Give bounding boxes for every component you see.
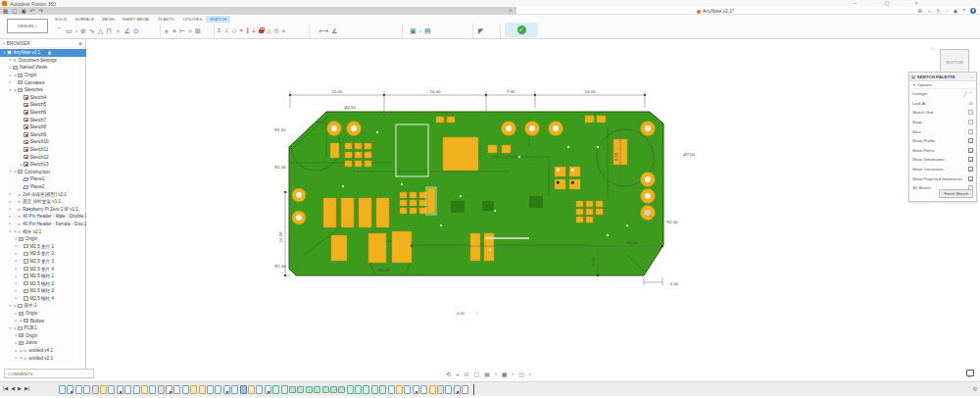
undo-icon[interactable]: ↶ <box>30 8 35 14</box>
timeline-feature-5[interactable] <box>100 385 107 394</box>
tree-item-2[interactable]: ▸Named Views <box>0 64 86 72</box>
timeline-feature-43[interactable] <box>413 385 419 394</box>
finish-sketch-chip[interactable]: ✓ <box>505 23 538 37</box>
timeline-feature-9[interactable] <box>133 385 140 394</box>
constraints-tool-icon[interactable]: ⊥ <box>224 27 229 33</box>
timeline-feature-34[interactable] <box>338 386 345 393</box>
checkbox-icon[interactable] <box>968 129 973 134</box>
timeline-feature-8[interactable] <box>124 385 131 394</box>
palette-row-look-at[interactable]: Look At⊙ <box>909 99 976 109</box>
create-tool-icon[interactable]: ＋ <box>115 27 122 34</box>
timeline-feature-21[interactable] <box>231 385 238 394</box>
restore-button[interactable]: ▢ <box>880 0 894 6</box>
timeline-feature-25[interactable] <box>265 385 271 394</box>
timeline-feature-16[interactable] <box>190 385 197 394</box>
dimension-value[interactable]: 16.00 <box>430 89 441 94</box>
palette-row-linetype[interactable]: Linetype╱ ⌒ <box>909 89 976 99</box>
tree-item-33[interactable]: ▸○M2.5 铜柱:4 <box>0 295 86 303</box>
timeline-feature-17[interactable] <box>199 385 206 394</box>
timeline-feature-15[interactable] <box>182 385 189 394</box>
play-icon[interactable]: ▶ <box>18 385 22 391</box>
app-grid-icon[interactable]: ▦ <box>3 8 8 14</box>
timeline-feature-12[interactable] <box>158 385 165 394</box>
viewcube-home-icon[interactable]: ⌂ <box>931 45 935 51</box>
timeline-feature-29[interactable] <box>297 386 304 393</box>
dimension-value[interactable]: R1.00 <box>274 165 286 170</box>
fit-icon[interactable]: ▢ <box>474 371 480 377</box>
orbit-icon[interactable]: ⟲ <box>446 371 451 377</box>
tree-item-32[interactable]: ▸○M2.5 铜柱:3 <box>0 287 86 295</box>
timeline-feature-13[interactable] <box>166 385 172 394</box>
extensions-icon[interactable]: ⊞ <box>917 8 921 14</box>
dimension-value[interactable]: R2.00 <box>378 268 390 273</box>
tree-item-13[interactable]: ○Sketch11 <box>0 146 86 154</box>
tree-item-1[interactable]: ▸⚙Document Settings <box>0 57 86 65</box>
tree-item-36[interactable]: ▸◉Bodies <box>0 317 86 324</box>
timeline-feature-6[interactable] <box>108 385 115 394</box>
timeline-feature-10[interactable] <box>141 385 148 394</box>
palette-row-show-profile[interactable]: Show Profile✓ <box>909 136 976 146</box>
dimension-value[interactable]: 7.00 <box>507 89 515 94</box>
constraints-tool-icon[interactable]: ∥ <box>246 27 249 33</box>
tree-item-9[interactable]: ○Sketch7 <box>0 116 86 124</box>
grid-settings-icon[interactable]: ▦ <box>502 371 508 377</box>
insert-tool-icon[interactable]: ▫ <box>419 27 421 34</box>
checkbox-icon[interactable] <box>968 110 973 115</box>
timeline-feature-7[interactable] <box>117 385 123 394</box>
add-icon[interactable]: ＋ <box>927 8 932 14</box>
tree-item-40[interactable]: ▸◉∞untitled v4:1 <box>0 347 86 355</box>
palette-row-show-dimensions[interactable]: Show Dimensions✓ <box>909 155 976 165</box>
timeline-feature-47[interactable] <box>445 385 452 394</box>
timeline-feature-4[interactable] <box>92 385 99 394</box>
timeline-feature-40[interactable] <box>388 385 395 394</box>
job-status-icon[interactable]: ↻ <box>937 8 941 14</box>
timeline-feature-30[interactable] <box>306 386 313 393</box>
timeline-feature-48[interactable] <box>454 385 461 394</box>
create-tool-icon[interactable]: ⊙ <box>133 27 139 34</box>
zoom-icon[interactable]: ⊙ <box>465 371 469 377</box>
go-to-start-icon[interactable]: |◀ <box>3 385 8 391</box>
palette-row-sketch-grid[interactable]: Sketch Grid <box>909 108 976 118</box>
tree-item-15[interactable]: ◉Sketch13 <box>0 161 86 169</box>
timeline-feature-3[interactable] <box>83 385 90 394</box>
constraints-tool-icon[interactable]: » <box>282 27 285 33</box>
tree-item-41[interactable]: ▸◉∞untitled v2:1 <box>0 354 86 362</box>
sketch-palette-header[interactable]: ▤ SKETCH PALETTE — <box>909 73 976 81</box>
timeline-feature-38[interactable] <box>371 385 378 394</box>
inspect-tool-icon[interactable]: ∡ <box>331 27 337 34</box>
go-to-end-icon[interactable]: ▶| <box>24 385 29 391</box>
dimension-value[interactable]: R2.00 <box>666 220 678 224</box>
timeline-feature-24[interactable] <box>256 385 263 394</box>
timeline-feature-42[interactable] <box>404 385 411 394</box>
tree-item-23[interactable]: ▸○∞40 Pin Header - Female - Dou:1 <box>0 221 86 228</box>
timeline-feature-44[interactable] <box>420 385 427 394</box>
pcb-sketch[interactable]: 15.0016.007.0016.00Ø2.50R1.50R1.0024.00R… <box>265 83 715 314</box>
modify-tool-icon[interactable]: × <box>172 27 176 34</box>
tree-item-27[interactable]: ▸○M2.5 垫片:2 <box>0 250 86 258</box>
tree-item-7[interactable]: ○Sketch5 <box>0 101 86 109</box>
tree-item-25[interactable]: ▸Origin <box>0 235 86 243</box>
tree-item-5[interactable]: ▾◉Sketches <box>0 86 86 94</box>
redo-icon[interactable]: ↷ <box>38 8 43 14</box>
modify-tool-icon[interactable]: ⊢ <box>179 27 185 34</box>
presence-icon[interactable]: ◔ <box>946 8 949 14</box>
tab-surface[interactable]: SURFACE <box>72 16 99 23</box>
timeline-feature-23[interactable] <box>248 385 255 394</box>
browser-header[interactable]: ◂ BROWSER ◉ <box>0 39 85 48</box>
create-tool-icon[interactable]: ▫ <box>75 27 77 34</box>
checkbox-icon[interactable] <box>968 120 973 124</box>
tab-close-icon[interactable]: ✕ <box>509 8 513 13</box>
timeline-feature-27[interactable] <box>281 385 288 394</box>
palette-close-icon[interactable]: — <box>970 75 974 79</box>
tree-item-12[interactable]: ○Sketch10 <box>0 138 86 146</box>
tree-item-3[interactable]: ▸◉Origin <box>0 72 86 79</box>
collapse-icon[interactable]: ◂ <box>3 41 5 45</box>
create-tool-icon[interactable]: ⊓ <box>106 27 111 34</box>
tree-item-29[interactable]: ▸○M2.5 垫片:4 <box>0 265 86 273</box>
tree-item-21[interactable]: ▸○∞Raspberry Pi Zero 2 W v1:1 <box>0 205 86 213</box>
tree-item-0[interactable]: ▾AnyNote v2.1 <box>0 49 86 57</box>
tab-utilities[interactable]: UTILITIES <box>179 16 207 23</box>
checkbox-icon[interactable]: ✓ <box>968 148 973 153</box>
close-button[interactable]: × <box>909 0 923 6</box>
timeline-feature-19[interactable] <box>215 385 221 394</box>
